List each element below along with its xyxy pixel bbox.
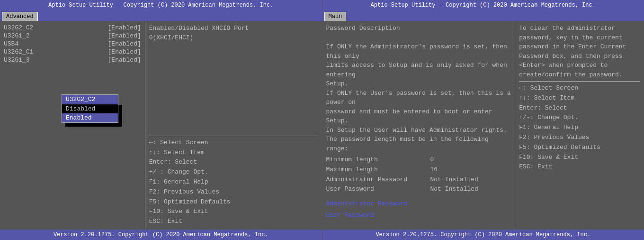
right-key-help: ↔: Select Screen ↑↓: Select Item Enter: … <box>519 83 640 172</box>
menu-item-usb4[interactable]: USB4 [Enabled] <box>4 40 141 48</box>
left-bios-panel: Aptio Setup Utility – Copyright (C) 2020… <box>0 0 322 240</box>
tab-advanced[interactable]: Advanced <box>2 12 38 21</box>
min-length-row: Minimum length 0 <box>326 155 511 165</box>
password-left-pane: Password Description If ONLY the Adminis… <box>322 21 516 230</box>
left-help-pane: Enabled/Disabled XHCIO Port0(XHCI/EHCI) … <box>145 21 322 230</box>
user-password-row: User Password Not Installed <box>326 185 511 194</box>
dropdown-body: Disabled Enabled <box>62 104 118 123</box>
left-key-help: ↔: Select Screen ↑↓: Select Item Enter: … <box>149 138 318 227</box>
max-length-row: Maximum length 16 <box>326 165 511 175</box>
right-divider <box>519 81 640 82</box>
menu-item-u32g1-3[interactable]: U32G1_3 [Enabled] <box>4 56 141 64</box>
admin-password-link[interactable]: Administrator Password <box>326 198 511 209</box>
password-info-table: Minimum length 0 Maximum length 16 Admin… <box>326 155 511 194</box>
right-top-bar: Aptio Setup Utility – Copyright (C) 2020… <box>322 0 644 10</box>
dropdown-u32g2c2: U32G2_C2 Disabled Enabled <box>62 94 118 123</box>
menu-item-u32g2c2[interactable]: U32G2_C2 [Enabled] <box>4 24 141 32</box>
right-bios-panel: Aptio Setup Utility – Copyright (C) 2020… <box>322 0 644 240</box>
left-help-text: Enabled/Disabled XHCIO Port0(XHCI/EHCI) <box>149 24 318 134</box>
dropdown-option-enabled[interactable]: Enabled <box>62 113 118 122</box>
left-menu-pane: U32G2_C2 [Enabled] U32G1_2 [Enabled] USB… <box>0 21 145 230</box>
dropdown-option-disabled[interactable]: Disabled <box>62 104 118 113</box>
left-top-bar: Aptio Setup Utility – Copyright (C) 2020… <box>0 0 322 10</box>
admin-password-row: Administrator Password Not Installed <box>326 175 511 185</box>
right-content-area: Password Description If ONLY the Adminis… <box>322 21 644 230</box>
left-divider <box>149 136 318 136</box>
left-bottom-bar: Version 2.20.1275. Copyright (C) 2020 Am… <box>0 230 322 240</box>
menu-item-u32g1-2[interactable]: U32G1_2 [Enabled] <box>4 32 141 40</box>
dropdown-title: U32G2_C2 <box>62 94 118 104</box>
user-password-link[interactable]: User Password <box>326 210 511 221</box>
password-right-pane: To clear the administrator password, key… <box>515 21 644 230</box>
left-tab-row: Advanced <box>0 10 322 21</box>
tab-main[interactable]: Main <box>324 12 347 21</box>
right-help-text: To clear the administrator password, key… <box>519 24 640 79</box>
left-content-area: U32G2_C2 [Enabled] U32G1_2 [Enabled] USB… <box>0 21 322 230</box>
right-bottom-bar: Version 2.20.1275. Copyright (C) 2020 Am… <box>322 230 644 240</box>
menu-item-u32g2c1[interactable]: U32G2_C1 [Enabled] <box>4 48 141 56</box>
right-tab-row: Main <box>322 10 644 21</box>
password-description: Password Description If ONLY the Adminis… <box>326 24 511 153</box>
